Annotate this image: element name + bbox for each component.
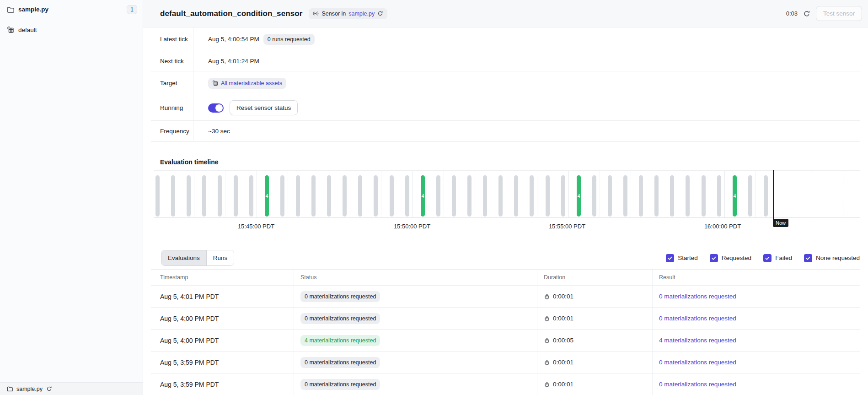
checkbox-checked-icon[interactable] — [666, 254, 674, 262]
timeline-tick-requested[interactable]: 4 — [733, 175, 737, 216]
result-link[interactable]: 0 materializations requested — [659, 315, 736, 322]
checkbox-checked-icon[interactable] — [804, 254, 812, 262]
timeline-tick[interactable] — [187, 175, 191, 216]
app-window: sample.py 1 default sample.py default_au… — [0, 0, 868, 395]
result-cell: 0 materializations requested — [653, 308, 860, 329]
check-icon — [805, 255, 811, 261]
main-panel: default_automation_condition_sensor Sens… — [143, 0, 868, 395]
timeline-tick[interactable] — [608, 175, 612, 216]
header-actions: 0:03 Test sensor — [786, 6, 862, 21]
refresh-countdown: 0:03 — [786, 10, 798, 17]
result-link[interactable]: 0 materializations requested — [659, 381, 736, 388]
timeline-tick[interactable] — [592, 175, 596, 216]
timeline-tick[interactable] — [358, 175, 362, 216]
timeline-tick-requested[interactable]: 4 — [265, 175, 269, 216]
status-cell: 4 materializations requested — [294, 330, 537, 351]
view-tabs: Evaluations Runs — [161, 250, 234, 266]
asset-group-icon — [7, 26, 14, 33]
timeline-tick[interactable] — [498, 175, 503, 216]
duration-value: 0:00:05 — [553, 337, 573, 344]
sidebar-item-code-location[interactable]: sample.py 1 — [0, 0, 143, 19]
timeline-tick[interactable] — [155, 175, 160, 216]
checkbox-checked-icon[interactable] — [710, 254, 718, 262]
list-controls: Evaluations Runs Started Requested Faile… — [151, 250, 860, 266]
filter-checkbox-item[interactable]: None requested — [804, 254, 860, 262]
result-cell: 4 materializations requested — [653, 330, 860, 351]
reload-location-icon[interactable] — [46, 386, 52, 392]
tab-runs[interactable]: Runs — [206, 250, 234, 265]
timestamp-cell: Aug 5, 3:59 PM PDT — [151, 373, 294, 395]
timeline-tick[interactable] — [748, 175, 752, 216]
timeline-gridline — [413, 171, 413, 217]
timeline-tick[interactable] — [280, 175, 284, 216]
timeline-gridline-future — [811, 171, 811, 217]
timeline-tick[interactable] — [546, 175, 550, 216]
timeline-tick-requested[interactable]: 4 — [577, 175, 581, 216]
timeline-tick[interactable] — [234, 175, 238, 216]
timeline-tick[interactable] — [296, 175, 300, 216]
timeline-tick[interactable] — [561, 175, 565, 216]
timeline-tick[interactable] — [654, 175, 659, 216]
timeline-gridline — [600, 171, 600, 217]
timeline-tick[interactable] — [390, 175, 394, 216]
folder-icon — [7, 6, 14, 13]
target-assets-pill[interactable]: All materializable assets — [208, 78, 286, 89]
timeline-tick[interactable] — [514, 175, 518, 216]
reset-sensor-status-button[interactable]: Reset sensor status — [230, 100, 298, 115]
timeline-tick[interactable] — [530, 175, 534, 216]
filter-checkbox-item[interactable]: Failed — [763, 254, 792, 262]
test-sensor-button[interactable]: Test sensor — [816, 6, 862, 21]
timeline-tick[interactable] — [311, 175, 316, 216]
detail-row-running: Running Reset sensor status — [151, 95, 860, 121]
timeline-tick[interactable] — [639, 175, 643, 216]
timeline-tick[interactable] — [327, 175, 331, 216]
sensor-origin-badge: Sensor in sample.py — [309, 8, 387, 19]
duration-value: 0:00:01 — [553, 293, 573, 300]
timeline-tick[interactable] — [249, 175, 253, 216]
runs-requested-badge: 0 runs requested — [263, 34, 315, 45]
timeline-tick[interactable] — [218, 175, 222, 216]
duration-value: 0:00:01 — [553, 315, 573, 322]
tab-evaluations[interactable]: Evaluations — [161, 250, 206, 265]
result-link[interactable]: 0 materializations requested — [659, 293, 736, 300]
timeline-tick[interactable] — [405, 175, 409, 216]
timeline-gridline — [755, 171, 756, 217]
timeline-tick[interactable] — [686, 175, 690, 216]
timeline-gridline-future — [843, 171, 843, 217]
running-toggle[interactable] — [208, 103, 224, 113]
timeline-tick[interactable] — [436, 175, 440, 216]
timeline-tick[interactable] — [764, 175, 768, 216]
checkbox-checked-icon[interactable] — [763, 254, 772, 262]
timeline-tick[interactable] — [670, 175, 674, 216]
detail-row-next-tick: Next tick Aug 5, 4:01:24 PM — [151, 51, 860, 71]
reload-sensor-icon[interactable] — [377, 11, 383, 16]
sidebar-item-default-group[interactable]: default — [0, 22, 143, 38]
result-link[interactable]: 0 materializations requested — [659, 359, 736, 366]
timeline-gridline — [475, 171, 475, 217]
status-badge: 0 materializations requested — [300, 379, 380, 390]
timeline-gridline — [257, 171, 257, 217]
sensor-icon — [313, 11, 319, 16]
folder-icon — [7, 386, 13, 392]
filter-checkbox-item[interactable]: Requested — [710, 254, 751, 262]
timeline-tick[interactable] — [623, 175, 627, 216]
timeline-tick[interactable] — [202, 175, 206, 216]
timeline-tick[interactable] — [467, 175, 472, 216]
timeline-tick[interactable] — [374, 175, 378, 216]
timeline-tick[interactable] — [702, 175, 706, 216]
table-row: Aug 5, 4:00 PM PDT 0 materializations re… — [151, 308, 860, 330]
timeline-tick[interactable] — [452, 175, 456, 216]
sensor-origin-text: Sensor in — [321, 11, 346, 17]
timeline-tick-requested[interactable]: 4 — [421, 175, 425, 216]
timeline-tick[interactable] — [717, 175, 721, 216]
timeline-tick[interactable] — [343, 175, 347, 216]
table-row: Aug 5, 4:00 PM PDT 4 materializations re… — [151, 330, 860, 352]
timeline-tick[interactable] — [171, 175, 175, 216]
refresh-icon[interactable] — [803, 10, 810, 17]
timestamp-cell: Aug 5, 3:59 PM PDT — [151, 352, 294, 373]
timeline-gridline — [381, 171, 381, 217]
result-link[interactable]: 4 materializations requested — [659, 337, 736, 344]
sensor-file-link[interactable]: sample.py — [348, 11, 375, 17]
timeline-tick[interactable] — [483, 175, 487, 216]
filter-checkbox-item[interactable]: Started — [666, 254, 698, 262]
